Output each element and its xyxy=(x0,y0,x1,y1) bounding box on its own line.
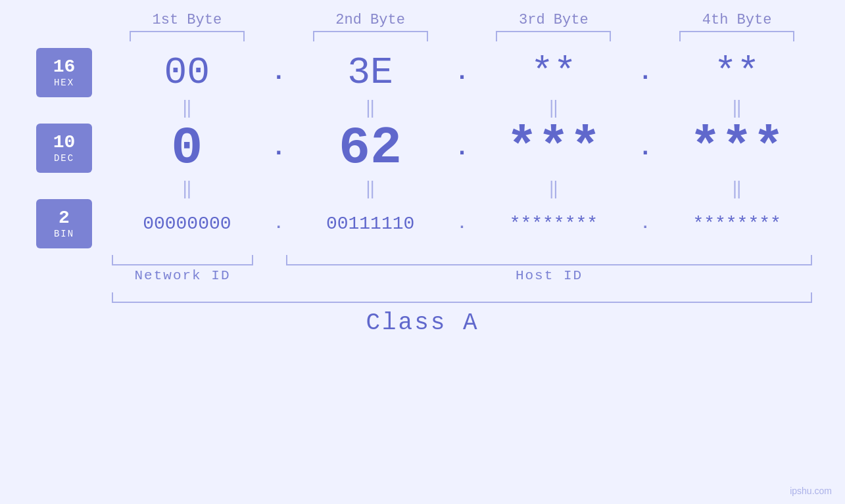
bin-b4: ******** xyxy=(662,214,812,234)
hex-row: 16 HEX 00 . 3E . ** . ** xyxy=(33,48,812,97)
hex-dot3: . xyxy=(629,59,662,86)
bin-dot2: . xyxy=(446,215,479,233)
byte2-header: 2nd Byte xyxy=(295,12,446,28)
byte1-header: 1st Byte xyxy=(112,12,262,28)
dec-dot3: . xyxy=(629,135,662,162)
hex-dot1: . xyxy=(262,59,295,86)
bracket-bottom-host xyxy=(286,255,812,265)
dec-dot1: . xyxy=(262,135,295,162)
big-bottom-bracket xyxy=(33,292,812,303)
bin-dot1: . xyxy=(262,215,295,233)
byte3-header: 3rd Byte xyxy=(479,12,629,28)
top-brackets xyxy=(33,31,812,41)
equals-row-1: ‖ ‖ ‖ ‖ xyxy=(33,97,812,118)
bracket-top-1 xyxy=(130,31,245,41)
id-labels: Network ID Host ID xyxy=(33,268,812,283)
bin-b3: ******** xyxy=(479,214,629,234)
main-container: 1st Byte 2nd Byte 3rd Byte 4th Byte 16 H… xyxy=(0,0,845,504)
hex-b4: ** xyxy=(662,51,812,94)
bracket-bottom-network xyxy=(112,255,253,265)
big-bracket-line xyxy=(112,292,812,303)
hex-dot2: . xyxy=(446,59,479,86)
dec-row: 10 DEC 0 . 62 . *** . *** xyxy=(33,118,812,178)
dec-b1: 0 xyxy=(112,118,262,178)
class-label-row: Class A xyxy=(33,309,812,336)
host-id-label: Host ID xyxy=(286,268,812,283)
bin-dot3: . xyxy=(629,215,662,233)
watermark: ipshu.com xyxy=(790,486,832,496)
network-id-label: Network ID xyxy=(112,268,253,283)
dec-badge: 10 DEC xyxy=(36,124,92,173)
bin-row: 2 BIN 00000000 . 00111110 . ******** . *… xyxy=(33,199,812,248)
byte4-header: 4th Byte xyxy=(662,12,812,28)
dec-b4: *** xyxy=(662,118,812,178)
bin-badge: 2 BIN xyxy=(36,199,92,248)
bottom-brackets-id xyxy=(33,255,812,265)
byte-headers: 1st Byte 2nd Byte 3rd Byte 4th Byte xyxy=(33,0,812,28)
hex-b1: 00 xyxy=(112,51,262,94)
bracket-top-3 xyxy=(496,31,611,41)
bin-b1: 00000000 xyxy=(112,214,262,234)
hex-b2: 3E xyxy=(295,51,446,94)
equals-row-2: ‖ ‖ ‖ ‖ xyxy=(33,178,812,199)
class-label: Class A xyxy=(366,309,479,336)
dec-dot2: . xyxy=(446,135,479,162)
bracket-top-2 xyxy=(313,31,428,41)
bin-b2: 00111110 xyxy=(295,214,446,234)
hex-badge: 16 HEX xyxy=(36,48,92,97)
dec-b3: *** xyxy=(479,118,629,178)
bracket-top-4 xyxy=(679,31,794,41)
dec-b2: 62 xyxy=(295,118,446,178)
hex-b3: ** xyxy=(479,51,629,94)
